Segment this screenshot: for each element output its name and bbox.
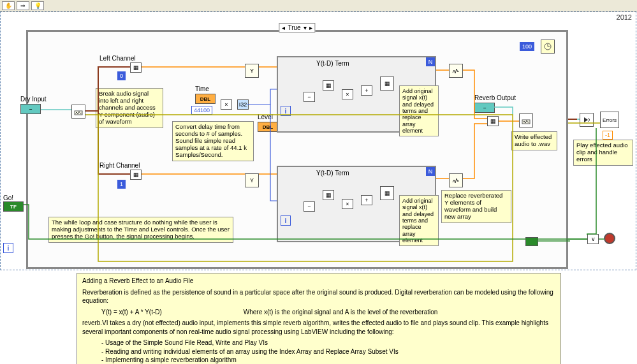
highlight-execution-icon[interactable]: 💡 [31, 1, 44, 10]
convert-delay-comment: Convert delay time from seconds to # of … [172, 121, 254, 161]
labview-version-badge: 2012 [617, 13, 632, 21]
left-index-constant[interactable]: 0 [117, 71, 126, 80]
reverb-output-label: Reverb Output [474, 94, 516, 101]
diagram-bounds: 2012 Go! TF i ◂ True ▾ ▸ 100 Dry Input ~… [0, 11, 636, 270]
error-handler-vi: Errors [600, 112, 619, 128]
doc-title: Adding a Reverb Effect to an Audio File [82, 277, 555, 286]
doc-bullet-1: - Usage of the Simple Sound File Read, W… [101, 339, 555, 347]
for-loop-left-channel: N Y(t-D) Term i − ▦ × + ▦ Add original s… [277, 56, 436, 133]
run-arrow-icon[interactable]: ⇒ [17, 1, 29, 10]
reverb-output-terminal: ~ [474, 103, 495, 113]
doc-bullet-2: - Reading and writing individual element… [101, 347, 555, 356]
write-wav-comment: Write effected audio to .wav [511, 131, 557, 150]
sound-play-vi [580, 113, 594, 127]
index-y-left: ▦ [323, 80, 334, 91]
waveform-y-extract-right: Y [245, 173, 259, 187]
doc-equation: Y(t) = x(t) + A * Y(t-D) [101, 308, 242, 317]
left-channel-label: Left Channel [99, 55, 136, 62]
go-terminal: TF [3, 201, 24, 212]
replace-array-right: ▦ [380, 186, 394, 200]
subtract-index-right: − [304, 201, 315, 212]
case-dropdown-icon[interactable]: ▾ [304, 24, 307, 31]
right-index-constant[interactable]: 1 [117, 180, 126, 189]
right-channel-label: Right Channel [99, 162, 140, 169]
level-control[interactable]: Level DBL [258, 113, 278, 132]
to-i32-function: I32 [237, 99, 249, 110]
case-value: True [288, 24, 300, 31]
or-function: ∨ [587, 234, 599, 244]
doc-bullet-3: - Implementing a simple reverberation al… [101, 356, 555, 364]
doc-equation-note: Where x(t) is the original signal and A … [244, 309, 438, 316]
index-y-right: ▦ [323, 190, 334, 200]
ytd-term-label-left: Y(t-D) Term [316, 60, 349, 67]
go-control[interactable]: Go! TF [3, 194, 24, 212]
break-audio-comment: Break audio signal into left and right c… [96, 88, 163, 128]
for-i-terminal-right: i [281, 215, 291, 226]
time-label: Time [195, 85, 216, 92]
sound-file-read-vi [71, 105, 85, 119]
add-left: + [361, 85, 372, 96]
reverb-output-indicator: Reverb Output ~ [474, 94, 516, 113]
wait-ms-constant[interactable]: 100 [520, 42, 534, 51]
minus-one-constant[interactable]: -1 [603, 131, 613, 140]
svg-marker-5 [584, 117, 588, 122]
case-next-icon[interactable]: ▸ [309, 24, 312, 31]
replace-array-left: ▦ [380, 76, 394, 91]
ytd-term-label-right: Y(t-D) Term [316, 170, 349, 177]
multiply-level-right: × [342, 199, 353, 209]
subtract-index-left: − [304, 92, 315, 102]
index-array-left: ▦ [130, 62, 142, 73]
true-constant [525, 237, 538, 246]
doc-p1: Reverberation is defined as the persiste… [82, 288, 555, 305]
doc-p2: reverb.VI takes a dry (not effected) aud… [82, 319, 555, 336]
for-loop-n-terminal-right: N [426, 167, 435, 176]
case-structure: ◂ True ▾ ▸ 100 Dry Input ~ Left Channel … [26, 30, 568, 269]
build-array: ▦ [487, 116, 499, 126]
while-loop-comment: The while loop and case structure do not… [48, 217, 233, 243]
toolbar: ✋ ⇒ 💡 [0, 0, 637, 11]
play-clip-comment: Play effected audio clip and handle erro… [573, 140, 633, 166]
sample-rate-constant[interactable]: 44100 [191, 106, 212, 115]
multiply-level-left: × [342, 89, 353, 99]
dry-input-control[interactable]: Dry Input ~ [20, 96, 47, 114]
case-selector[interactable]: ◂ True ▾ ▸ [279, 23, 315, 33]
level-label: Level [258, 113, 278, 120]
for-i-terminal-left: i [281, 106, 291, 116]
hand-tool-icon[interactable]: ✋ [2, 1, 15, 10]
level-terminal: DBL [258, 122, 278, 132]
dry-input-terminal: ~ [20, 104, 41, 114]
time-terminal: DBL [195, 94, 216, 104]
stop-loop-terminal [604, 233, 615, 244]
doc-equation-row: Y(t) = x(t) + A * Y(t-D) Where x(t) is t… [82, 308, 555, 317]
dry-input-label: Dry Input [20, 96, 47, 103]
add-right: + [361, 195, 372, 205]
for-loop-right-channel: N Y(t-D) Term i − ▦ × + ▦ Add original s… [277, 166, 436, 242]
index-array-right: ▦ [130, 170, 142, 180]
time-control[interactable]: Time DBL [195, 85, 216, 104]
add-original-left-comment: Add original signal x(t) and delayed ter… [399, 85, 439, 136]
go-label: Go! [3, 194, 24, 201]
wait-ms-function [541, 40, 555, 54]
for-loop-n-terminal: N [426, 57, 435, 66]
while-loop-iteration-terminal: i [3, 243, 13, 253]
waveform-y-replace-left [449, 64, 463, 78]
documentation-comment: Adding a Reverb Effect to an Audio File … [77, 273, 561, 364]
case-prev-icon[interactable]: ◂ [282, 24, 285, 31]
multiply-function: × [221, 99, 232, 110]
sound-file-write-vi [519, 113, 533, 127]
waveform-y-extract-left: Y [245, 64, 259, 78]
replace-reverb-comment: Replace reverberated Y elements of wavef… [441, 190, 511, 223]
add-original-right-comment: Add original signal x(t) and delayed ter… [399, 195, 439, 246]
waveform-y-replace-right [449, 173, 463, 187]
